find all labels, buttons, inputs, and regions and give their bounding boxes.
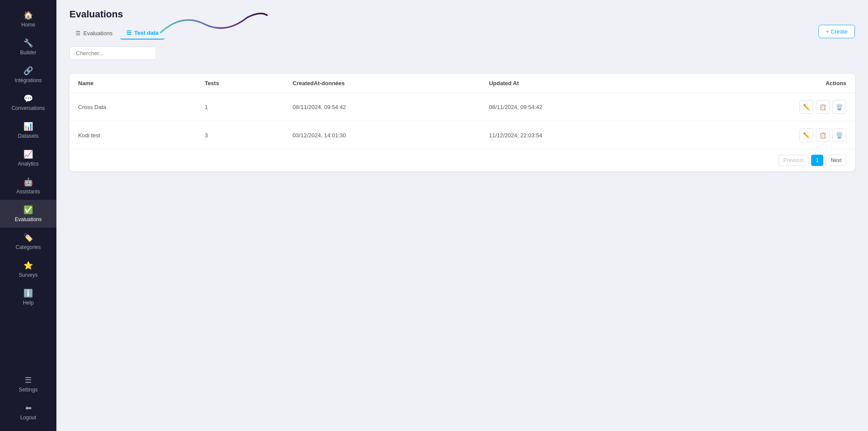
sidebar-label-builder: Builder: [20, 50, 36, 56]
sidebar-label-evaluations: Evaluations: [15, 216, 42, 222]
assistants-icon: 🤖: [23, 177, 33, 187]
surveys-icon: ⭐: [23, 261, 33, 270]
cell-updated-0: 08/11/2024, 09:54:42: [480, 93, 677, 121]
cell-created-0: 08/11/2024, 09:54:42: [284, 93, 480, 121]
home-icon: 🏠: [23, 10, 33, 20]
sidebar-item-help[interactable]: ℹ️ Help: [0, 283, 56, 311]
edit-button-1[interactable]: ✏️: [799, 128, 813, 142]
edit-button-0[interactable]: ✏️: [799, 100, 813, 114]
pagination-row: Previous 1 Next: [69, 149, 855, 171]
sidebar-item-datasets[interactable]: 📊 Datasets: [0, 116, 56, 144]
sidebar-item-evaluations[interactable]: ✅ Evaluations: [0, 200, 56, 228]
sidebar-label-settings: Settings: [19, 387, 37, 393]
search-input[interactable]: [69, 46, 156, 60]
help-icon: ℹ️: [23, 288, 33, 298]
categories-icon: 🏷️: [23, 233, 33, 242]
table-header-row: Name Tests CreatedAt-données Updated At …: [69, 74, 855, 93]
next-button[interactable]: Next: [826, 155, 846, 166]
sidebar-item-builder[interactable]: 🔧 Builder: [0, 33, 56, 61]
cell-updated-1: 11/12/2024, 22:03:54: [480, 121, 677, 149]
sidebar-label-categories: Categories: [16, 244, 41, 250]
page-1-button[interactable]: 1: [811, 155, 824, 166]
sidebar-label-assistants: Assistants: [16, 189, 40, 195]
evaluations-table: Name Tests CreatedAt-données Updated At …: [69, 74, 855, 149]
cell-tests-1: 3: [196, 121, 284, 149]
cell-name-0: Cross Data: [69, 93, 196, 121]
delete-button-1[interactable]: 🗑️: [832, 128, 846, 142]
cell-tests-0: 1: [196, 93, 284, 121]
copy-button-1[interactable]: 📋: [816, 128, 830, 142]
sidebar: 🏠 Home 🔧 Builder 🔗 Intégrations 💬 Conver…: [0, 0, 56, 431]
search-bar: [69, 46, 156, 60]
sidebar-item-assistants[interactable]: 🤖 Assistants: [0, 172, 56, 200]
col-header-name: Name: [69, 74, 196, 93]
sidebar-label-integrations: Intégrations: [15, 77, 42, 83]
tab-test-data-icon: ☰: [126, 30, 132, 36]
sidebar-label-conversations: Conversations: [12, 105, 45, 111]
sidebar-label-analytics: Analytics: [18, 161, 39, 167]
sidebar-item-home[interactable]: 🏠 Home: [0, 5, 56, 33]
col-header-created: CreatedAt-données: [284, 74, 480, 93]
sidebar-label-help: Help: [23, 300, 34, 306]
sidebar-label-home: Home: [21, 22, 35, 28]
sidebar-label-datasets: Datasets: [18, 133, 38, 139]
sidebar-label-surveys: Surveys: [19, 272, 37, 278]
settings-icon: ☰: [25, 375, 32, 385]
cell-actions-0: ✏️ 📋 🗑️: [677, 93, 855, 121]
evaluations-icon: ✅: [23, 205, 33, 215]
col-header-actions: Actions: [677, 74, 855, 93]
table-row: Cross Data 1 08/11/2024, 09:54:42 08/11/…: [69, 93, 855, 121]
evaluations-table-container: Name Tests CreatedAt-données Updated At …: [69, 74, 855, 171]
sidebar-item-logout[interactable]: ⬅ Logout: [0, 398, 56, 426]
create-button[interactable]: + Create: [819, 25, 855, 38]
integrations-icon: 🔗: [23, 66, 33, 76]
sidebar-item-conversations[interactable]: 💬 Conversations: [0, 89, 56, 116]
cell-actions-1: ✏️ 📋 🗑️: [677, 121, 855, 149]
page-title: Evaluations: [69, 9, 855, 20]
logout-icon: ⬅: [25, 403, 32, 413]
sidebar-item-settings[interactable]: ☰ Settings: [0, 370, 56, 398]
col-header-tests: Tests: [196, 74, 284, 93]
analytics-icon: 📈: [23, 149, 33, 159]
previous-button[interactable]: Previous: [779, 155, 809, 166]
table-row: Kodi test 3 03/12/2024, 14:01:30 11/12/2…: [69, 121, 855, 149]
cell-created-1: 03/12/2024, 14:01:30: [284, 121, 480, 149]
tab-evaluations[interactable]: ☰ Evaluations: [69, 27, 118, 39]
main-content: Evaluations ☰ Evaluations ☰ Test data + …: [56, 0, 868, 431]
copy-button-0[interactable]: 📋: [816, 100, 830, 114]
builder-icon: 🔧: [23, 38, 33, 48]
tabs-bar: ☰ Evaluations ☰ Test data: [69, 27, 855, 40]
tab-test-data[interactable]: ☰ Test data: [120, 27, 164, 40]
datasets-icon: 📊: [23, 122, 33, 131]
cell-name-1: Kodi test: [69, 121, 196, 149]
tab-evaluations-icon: ☰: [76, 30, 81, 36]
sidebar-label-logout: Logout: [20, 414, 36, 421]
sidebar-item-integrations[interactable]: 🔗 Intégrations: [0, 61, 56, 89]
sidebar-item-categories[interactable]: 🏷️ Categories: [0, 228, 56, 255]
col-header-updated: Updated At: [480, 74, 677, 93]
sidebar-item-surveys[interactable]: ⭐ Surveys: [0, 255, 56, 283]
conversations-icon: 💬: [23, 94, 33, 103]
delete-button-0[interactable]: 🗑️: [832, 100, 846, 114]
sidebar-item-analytics[interactable]: 📈 Analytics: [0, 144, 56, 172]
